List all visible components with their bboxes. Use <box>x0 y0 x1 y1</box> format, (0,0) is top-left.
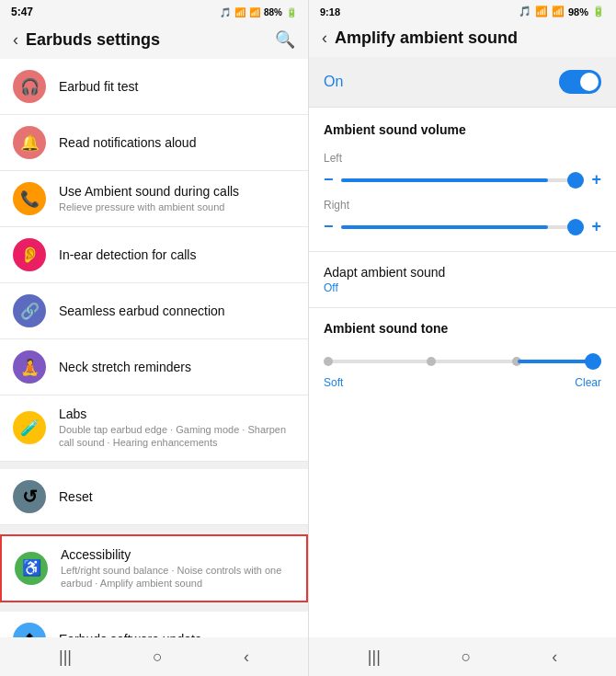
ambient-calls-item[interactable]: 📞 Use Ambient sound during calls Relieve… <box>0 171 308 227</box>
left-slider-thumb <box>567 172 584 189</box>
left-nav-menu-icon[interactable]: ||| <box>59 647 72 667</box>
earbud-fit-title: Earbud fit test <box>59 79 295 94</box>
top-bar-left: ‹ Earbuds settings <box>13 30 160 50</box>
tone-labels: Soft Clear <box>324 376 601 389</box>
left-plus-btn[interactable]: + <box>591 170 601 189</box>
ambient-calls-subtitle: Relieve pressure with ambient sound <box>59 201 295 213</box>
right-slider-track[interactable] <box>341 225 585 229</box>
left-nav-bar: ||| ○ ‹ <box>0 637 308 676</box>
page-title: Earbuds settings <box>26 30 160 50</box>
right-panel: 9:18 🎵 📶 📶 98% 🔋 ‹ Amplify ambient sound… <box>308 0 616 676</box>
left-channel-label: Left <box>324 152 601 165</box>
spacer-1 <box>0 462 308 469</box>
right-wifi-icon: 📶 <box>535 6 548 17</box>
right-back-button[interactable]: ‹ <box>322 29 327 48</box>
right-minus-btn[interactable]: − <box>324 217 334 236</box>
left-slider-row: − + <box>324 170 601 189</box>
ambient-volume-title: Ambient sound volume <box>309 108 616 143</box>
seamless-title: Seamless earbud connection <box>59 304 295 318</box>
left-status-bar: 5:47 🎵 📶 📶 88% 🔋 <box>0 0 308 22</box>
wifi-icon: 📶 <box>234 7 245 17</box>
neck-stretch-icon: 🧘 <box>13 350 46 384</box>
accessibility-icon: ♿ <box>15 552 48 585</box>
tone-slider-thumb <box>585 353 601 370</box>
reset-icon: ↺ <box>13 480 46 513</box>
tone-slider-row <box>324 350 601 372</box>
right-slider-fill <box>341 225 548 229</box>
search-button[interactable]: 🔍 <box>275 29 295 50</box>
right-battery-text: 98% <box>568 6 588 17</box>
right-signal-icon: 📶 <box>552 6 565 17</box>
tone-section: Ambient sound tone Soft Clear <box>309 308 616 402</box>
left-nav-home-icon[interactable]: ○ <box>153 647 163 667</box>
accessibility-item[interactable]: ♿ Accessibility Left/right sound balance… <box>0 534 308 603</box>
read-notifications-item[interactable]: 🔔 Read notifications aloud <box>0 115 308 171</box>
back-button[interactable]: ‹ <box>13 30 18 50</box>
software-update-item[interactable]: ⬆ Earbuds software update <box>0 612 308 637</box>
left-status-icons: 🎵 📶 📶 88% 🔋 <box>220 7 297 17</box>
tone-dot-soft <box>324 357 333 366</box>
neck-stretch-item[interactable]: 🧘 Neck stretch reminders <box>0 339 308 395</box>
battery-text: 88% <box>264 7 282 17</box>
adapt-ambient-row[interactable]: Adapt ambient sound Off <box>309 252 616 308</box>
tone-title: Ambient sound tone <box>324 321 601 336</box>
right-nav-menu-icon[interactable]: ||| <box>368 647 381 667</box>
right-slider-thumb <box>567 219 584 235</box>
accessibility-subtitle: Left/right sound balance · Noise control… <box>61 564 293 590</box>
settings-list: 🎧 Earbud fit test 🔔 Read notifications a… <box>0 59 308 637</box>
earbud-fit-icon: 🎧 <box>13 70 46 103</box>
signal-icon: 📶 <box>249 7 260 17</box>
right-channel-label: Right <box>324 199 601 212</box>
bt-icon: 🎵 <box>220 7 231 17</box>
left-panel: 5:47 🎵 📶 📶 88% 🔋 ‹ Earbuds settings 🔍 🎧 … <box>0 0 308 676</box>
spacer-2 <box>0 525 308 533</box>
tone-clear-label: Clear <box>575 376 601 389</box>
spacer-3 <box>0 604 308 612</box>
right-content: On Ambient sound volume Left − + <box>309 57 616 637</box>
adapt-title: Adapt ambient sound <box>324 265 601 280</box>
read-notifications-title: Read notifications aloud <box>59 135 295 150</box>
accessibility-title: Accessibility <box>61 547 293 562</box>
in-ear-icon: 👂 <box>13 238 46 271</box>
labs-item[interactable]: 🧪 Labs Double tap earbud edge · Gaming m… <box>0 395 308 462</box>
seamless-connection-item[interactable]: 🔗 Seamless earbud connection <box>0 283 308 339</box>
toggle-switch[interactable] <box>559 70 601 94</box>
labs-subtitle: Double tap earbud edge · Gaming mode · S… <box>59 423 295 450</box>
ambient-calls-title: Use Ambient sound during calls <box>59 184 295 199</box>
in-ear-title: In-ear detection for calls <box>59 247 295 262</box>
earbud-fit-item[interactable]: 🎧 Earbud fit test <box>0 59 308 115</box>
toggle-label: On <box>324 74 343 90</box>
seamless-icon: 🔗 <box>13 294 46 327</box>
right-time: 9:18 <box>320 6 340 17</box>
battery-icon: 🔋 <box>286 7 297 17</box>
tone-slider-track[interactable] <box>324 360 601 363</box>
labs-title: Labs <box>59 407 295 421</box>
right-nav-home-icon[interactable]: ○ <box>462 647 472 667</box>
adapt-value: Off <box>324 281 601 294</box>
right-slider-row: − + <box>324 217 601 236</box>
toggle-row: On <box>309 57 616 108</box>
left-slider-track[interactable] <box>341 178 585 182</box>
tone-soft-label: Soft <box>324 376 343 389</box>
read-notifications-icon: 🔔 <box>13 126 46 159</box>
right-battery-icon: 🔋 <box>592 6 605 17</box>
right-top-bar: ‹ Amplify ambient sound <box>309 21 616 57</box>
reset-item[interactable]: ↺ Reset <box>0 469 308 525</box>
right-plus-btn[interactable]: + <box>591 217 601 236</box>
left-time: 5:47 <box>11 6 33 18</box>
right-page-title: Amplify ambient sound <box>335 29 518 48</box>
labs-icon: 🧪 <box>13 411 46 444</box>
tone-dot-mid1 <box>427 357 436 366</box>
left-minus-btn[interactable]: − <box>324 170 334 189</box>
ambient-calls-icon: 📞 <box>13 182 46 215</box>
right-nav-back-icon[interactable]: ‹ <box>552 647 557 667</box>
right-bt-icon: 🎵 <box>519 6 531 17</box>
left-nav-back-icon[interactable]: ‹ <box>244 647 249 667</box>
left-top-bar: ‹ Earbuds settings 🔍 <box>0 22 308 59</box>
ambient-volume-section: Ambient sound volume Left − + Right − <box>309 108 616 252</box>
reset-title: Reset <box>59 489 295 504</box>
software-update-icon: ⬆ <box>13 623 46 637</box>
left-slider-fill <box>341 178 548 182</box>
right-status-bar: 9:18 🎵 📶 📶 98% 🔋 <box>309 0 616 21</box>
in-ear-detection-item[interactable]: 👂 In-ear detection for calls <box>0 227 308 283</box>
